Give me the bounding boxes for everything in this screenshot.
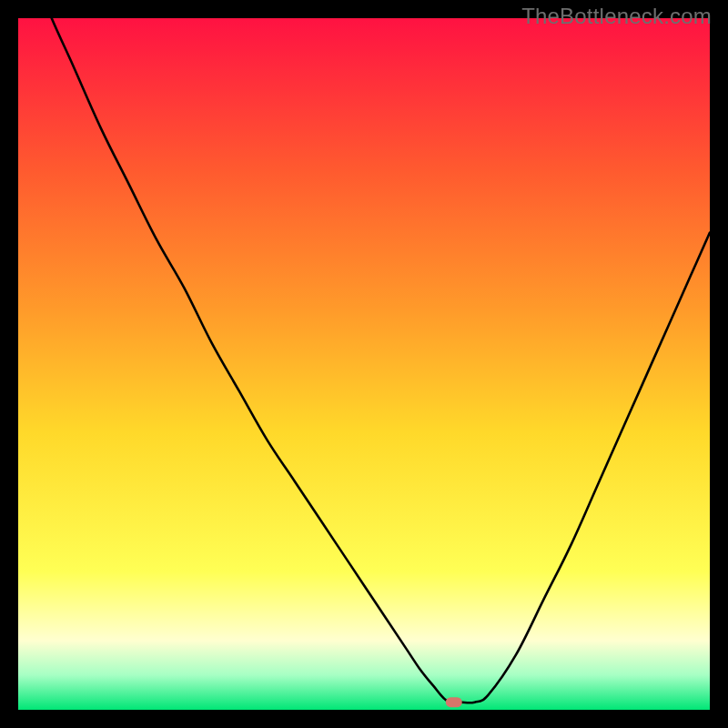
chart-frame: TheBottleneck.com — [0, 0, 728, 728]
gradient-background — [18, 18, 710, 710]
bottleneck-chart — [18, 18, 710, 710]
watermark-label: TheBottleneck.com — [521, 4, 712, 29]
optimal-point-marker — [446, 697, 462, 707]
